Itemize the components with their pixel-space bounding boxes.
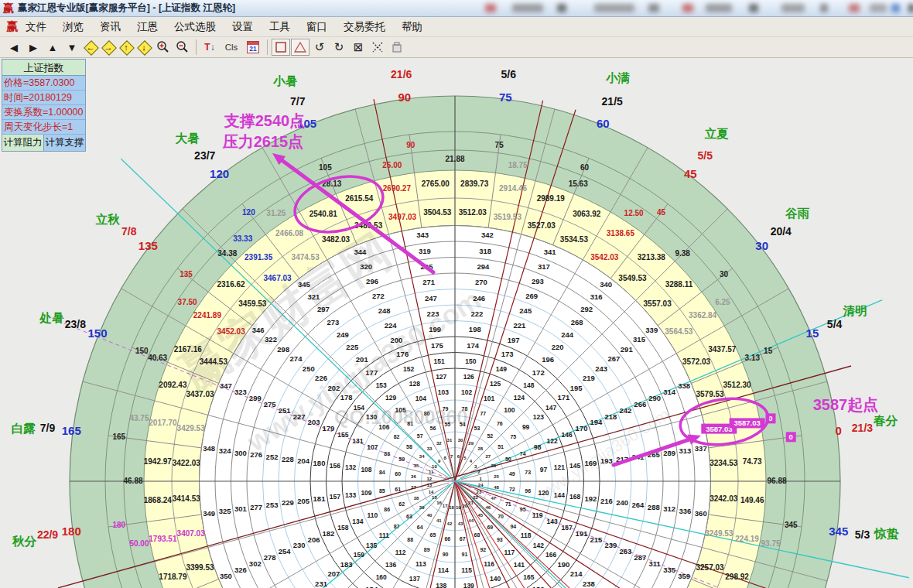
svg-text:190: 190 bbox=[557, 560, 569, 569]
svg-text:57: 57 bbox=[417, 433, 423, 439]
svg-text:3587.03: 3587.03 bbox=[733, 419, 760, 427]
svg-text:93: 93 bbox=[497, 537, 503, 542]
svg-text:347: 347 bbox=[220, 381, 232, 390]
menu-item-1[interactable]: 浏览 bbox=[63, 21, 84, 32]
nav-left-button[interactable]: ◀ bbox=[5, 39, 23, 56]
step-left-button[interactable]: ← bbox=[82, 39, 99, 56]
svg-text:315: 315 bbox=[633, 335, 646, 344]
svg-text:298.92: 298.92 bbox=[725, 573, 749, 581]
step-up-button[interactable]: ↑ bbox=[118, 39, 135, 56]
svg-text:339: 339 bbox=[645, 326, 658, 334]
svg-text:21/5: 21/5 bbox=[602, 95, 623, 108]
triangle-tool-button[interactable] bbox=[291, 39, 309, 56]
gann-wheel-chart[interactable]: 赢家财富网www.yingjia360.comQQ:100800360www.y… bbox=[0, 0, 913, 588]
menu-item-2[interactable]: 资讯 bbox=[100, 21, 121, 32]
step-down-button[interactable]: ↓ bbox=[135, 39, 152, 56]
svg-text:3512.30: 3512.30 bbox=[723, 381, 751, 389]
zoom-in-button[interactable] bbox=[153, 39, 172, 56]
menu-item-6[interactable]: 工具 bbox=[269, 21, 290, 32]
svg-text:立夏: 立夏 bbox=[704, 127, 730, 140]
svg-text:149: 149 bbox=[496, 365, 507, 373]
svg-text:3407.03: 3407.03 bbox=[177, 529, 206, 538]
svg-text:32: 32 bbox=[436, 441, 442, 446]
svg-text:3467.03: 3467.03 bbox=[263, 274, 292, 282]
svg-text:98: 98 bbox=[534, 443, 542, 451]
menu-item-3[interactable]: 江恩 bbox=[137, 21, 158, 32]
svg-text:103: 103 bbox=[438, 388, 449, 396]
svg-text:23: 23 bbox=[477, 490, 482, 494]
calendar-button[interactable]: 21 bbox=[244, 39, 262, 56]
eraser-tool-button[interactable] bbox=[388, 39, 406, 56]
svg-text:130: 130 bbox=[366, 413, 377, 421]
svg-text:114: 114 bbox=[438, 566, 449, 574]
zoom-out-button[interactable] bbox=[173, 39, 191, 56]
cls-button[interactable]: Cls bbox=[220, 39, 243, 56]
svg-text:大暑: 大暑 bbox=[175, 132, 200, 145]
menu-item-8[interactable]: 交易委托 bbox=[344, 21, 385, 32]
svg-text:320: 320 bbox=[360, 262, 372, 271]
step-right-button[interactable]: → bbox=[100, 39, 117, 56]
svg-text:172: 172 bbox=[532, 368, 545, 377]
svg-text:91: 91 bbox=[462, 552, 468, 557]
blurred-background-item bbox=[485, 4, 496, 12]
svg-text:224: 224 bbox=[385, 321, 398, 330]
svg-text:71: 71 bbox=[505, 501, 511, 507]
svg-text:288: 288 bbox=[648, 503, 660, 511]
svg-text:319: 319 bbox=[419, 247, 431, 255]
svg-text:226: 226 bbox=[315, 374, 327, 382]
svg-text:136: 136 bbox=[385, 561, 396, 569]
svg-text:107: 107 bbox=[367, 443, 378, 451]
svg-text:149.46: 149.46 bbox=[740, 496, 764, 504]
blurred-background-item bbox=[706, 4, 732, 12]
svg-text:120: 120 bbox=[242, 208, 255, 217]
svg-text:204: 204 bbox=[297, 456, 310, 465]
svg-text:60: 60 bbox=[597, 117, 610, 130]
rotate-ccw-button[interactable]: ↺ bbox=[310, 39, 329, 56]
svg-text:49: 49 bbox=[509, 471, 515, 477]
svg-text:66: 66 bbox=[444, 536, 450, 542]
svg-text:197: 197 bbox=[508, 336, 520, 344]
svg-text:处暑: 处暑 bbox=[39, 311, 64, 324]
svg-text:344: 344 bbox=[354, 248, 367, 256]
rect-tool-button[interactable] bbox=[272, 39, 290, 56]
menu-item-5[interactable]: 设置 bbox=[232, 21, 253, 32]
svg-text:90: 90 bbox=[406, 141, 415, 149]
gann-wheel-svg[interactable]: 赢家财富网www.yingjia360.comQQ:100800360www.y… bbox=[0, 0, 913, 588]
delete-box-button[interactable]: ⊠ bbox=[349, 39, 368, 56]
svg-text:134: 134 bbox=[352, 518, 363, 525]
svg-text:216: 216 bbox=[600, 497, 613, 505]
nav-down-button[interactable]: ▼ bbox=[63, 39, 81, 56]
svg-text:298: 298 bbox=[277, 345, 289, 354]
move-tool-button[interactable] bbox=[368, 39, 387, 56]
svg-text:263: 263 bbox=[619, 547, 631, 556]
svg-text:159: 159 bbox=[354, 551, 364, 559]
svg-text:43.75: 43.75 bbox=[129, 414, 149, 422]
svg-text:0: 0 bbox=[836, 424, 842, 437]
calc-resistance-button[interactable]: 计算阻力 bbox=[2, 135, 44, 151]
menu-item-0[interactable]: 文件 bbox=[26, 21, 46, 32]
menu-item-7[interactable]: 窗口 bbox=[306, 21, 327, 32]
svg-text:3249.53: 3249.53 bbox=[705, 529, 733, 538]
nav-right-button[interactable]: ▶ bbox=[24, 39, 43, 56]
svg-text:165: 165 bbox=[62, 424, 81, 437]
rotate-cw-button[interactable]: ↻ bbox=[330, 39, 348, 56]
time-axis-button[interactable]: T↓ bbox=[200, 39, 219, 56]
svg-text:65: 65 bbox=[430, 532, 436, 538]
svg-text:3414.53: 3414.53 bbox=[173, 494, 201, 503]
menu-item-4[interactable]: 公式选股 bbox=[174, 21, 216, 32]
menu-item-9[interactable]: 帮助 bbox=[402, 21, 422, 32]
svg-text:97: 97 bbox=[540, 466, 548, 473]
svg-text:60: 60 bbox=[395, 471, 401, 477]
svg-text:312: 312 bbox=[663, 504, 675, 513]
svg-text:109: 109 bbox=[361, 489, 371, 497]
svg-text:152: 152 bbox=[403, 365, 414, 373]
nav-up-button[interactable]: ▲ bbox=[43, 39, 62, 56]
svg-text:75: 75 bbox=[499, 91, 512, 104]
svg-text:清明: 清明 bbox=[843, 304, 867, 317]
calc-support-button[interactable]: 计算支撑 bbox=[44, 135, 85, 151]
svg-text:2839.73: 2839.73 bbox=[460, 179, 489, 188]
svg-text:93.75: 93.75 bbox=[761, 539, 780, 548]
quote-panel: 上证指数 价格=3587.0300 时间=20180129 变换系数=1.000… bbox=[2, 59, 86, 152]
svg-text:13: 13 bbox=[426, 483, 432, 487]
svg-text:228: 228 bbox=[282, 455, 294, 463]
